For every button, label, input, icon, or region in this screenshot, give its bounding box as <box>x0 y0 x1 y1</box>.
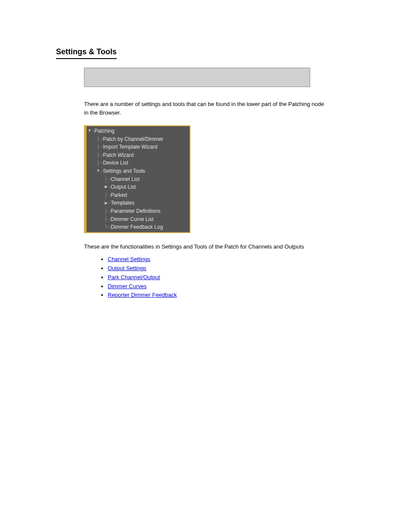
tree-node-device-list[interactable]: ├-Device List <box>87 159 190 167</box>
tree-node-output-list[interactable]: ▶-Output List <box>87 183 190 191</box>
tree-dash: - <box>101 135 103 143</box>
chevron-right-icon: ▶ <box>104 200 108 206</box>
tree-dash: - <box>109 207 110 215</box>
tree-connector: ├ <box>96 135 100 143</box>
link-output-settings[interactable]: Output Settings <box>108 265 146 271</box>
tree-dash: - <box>101 167 103 175</box>
tree-node-patch-wizard[interactable]: ├-Patch Wizard <box>87 151 190 159</box>
link-park-channel-output[interactable]: Park Channel/Output <box>108 274 160 280</box>
tree-label: Parameter Definitions <box>111 207 160 215</box>
tree-node-parameter-definitions[interactable]: ├-Parameter Definitions <box>87 207 190 215</box>
chevron-down-icon: ▼ <box>96 168 100 174</box>
tree-node-settings-tools[interactable]: ▼-Settings and Tools <box>87 167 190 175</box>
tree-node-dimmer-feedback-log[interactable]: └-Dimmer Feedback Log <box>87 223 190 231</box>
tree-connector: ├ <box>96 159 100 167</box>
tree-connector: ├ <box>104 215 107 224</box>
tree-node-import-template[interactable]: ├-Import Template Wizard <box>87 143 190 151</box>
tree-label: Patch Wizard <box>103 151 134 159</box>
banner-box <box>84 68 310 87</box>
tree-node-templates[interactable]: ▶-Templates <box>87 199 190 207</box>
tree-label: Dimmer Curve List <box>111 215 153 224</box>
tree-dash: - <box>109 175 110 184</box>
tree-connector: ├ <box>104 207 107 215</box>
link-dimmer-curves[interactable]: Dimmer Curves <box>108 283 146 289</box>
tree-connector: ├ <box>104 175 107 184</box>
tree-label: Parked <box>111 191 127 199</box>
tree-dash: - <box>92 127 94 135</box>
tree-connector: ├ <box>104 191 107 199</box>
tree-dash: - <box>109 223 110 231</box>
tree-connector: └ <box>104 223 107 231</box>
tree-dash: - <box>101 143 103 151</box>
description-text: These are the functionalities in Setting… <box>84 243 325 251</box>
tree-inner: ▼-Patching ├-Patch by Channel/Dimmer ├-I… <box>87 126 190 232</box>
tree-node-dimmer-curve-list[interactable]: ├-Dimmer Curve List <box>87 215 190 224</box>
tree-label: Templates <box>111 199 134 207</box>
tree-dash: - <box>109 199 110 207</box>
tree-label: Dimmer Feedback Log <box>111 223 163 231</box>
tree-panel: ▼-Patching ├-Patch by Channel/Dimmer ├-I… <box>84 125 190 233</box>
tree-node-channel-list[interactable]: ├-Channel List <box>87 175 190 184</box>
intro-text: There are a number of settings and tools… <box>84 100 325 117</box>
tree-label: Patching <box>94 127 115 135</box>
tree-label: Device List <box>103 159 128 167</box>
tree-node-parked[interactable]: ├-Parked <box>87 191 190 199</box>
list-item: Output Settings <box>108 264 368 273</box>
tree-node-patching[interactable]: ▼-Patching <box>87 127 190 135</box>
chevron-down-icon: ▼ <box>87 128 92 134</box>
tree-connector: ├ <box>96 151 100 159</box>
tree-dash: - <box>109 191 110 199</box>
tree-dash: - <box>101 151 103 159</box>
tree-node-patch-by-channel[interactable]: ├-Patch by Channel/Dimmer <box>87 135 190 143</box>
page-title-wrap: Settings & Tools <box>56 47 368 59</box>
list-item: Dimmer Curves <box>108 282 368 291</box>
tree-label: Settings and Tools <box>103 167 145 175</box>
tree-dash: - <box>109 215 110 224</box>
tree-dash: - <box>109 183 110 191</box>
chevron-right-icon: ▶ <box>104 184 108 190</box>
list-item: Reporter Dimmer Feedback <box>108 291 368 300</box>
list-item: Park Channel/Output <box>108 273 368 282</box>
link-channel-settings[interactable]: Channel Settings <box>108 256 150 262</box>
tree-connector: ├ <box>96 143 100 151</box>
tree-label: Import Template Wizard <box>103 143 158 151</box>
links-list: Channel Settings Output Settings Park Ch… <box>108 255 368 300</box>
link-reporter-dimmer-feedback[interactable]: Reporter Dimmer Feedback <box>108 292 177 298</box>
tree-label: Channel List <box>111 175 140 184</box>
tree-dash: - <box>101 159 103 167</box>
tree-label: Output List <box>111 183 136 191</box>
list-item: Channel Settings <box>108 255 368 264</box>
page-title: Settings & Tools <box>56 47 117 59</box>
tree-label: Patch by Channel/Dimmer <box>103 135 163 143</box>
